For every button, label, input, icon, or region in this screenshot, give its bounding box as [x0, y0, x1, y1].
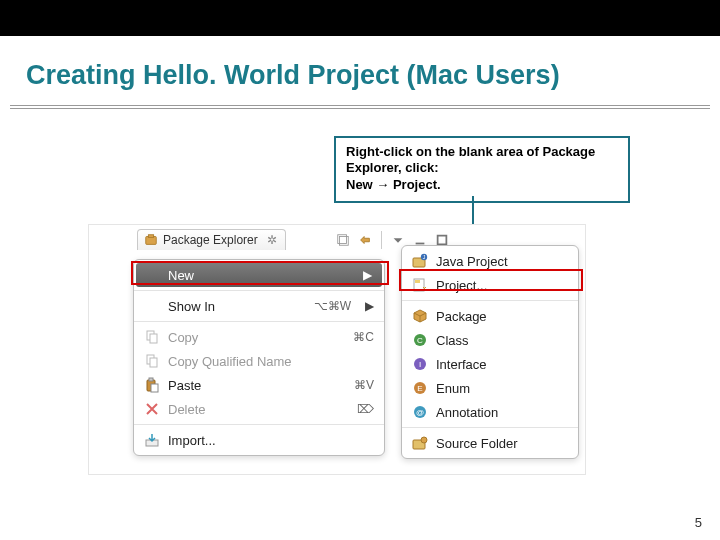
submenu-item-source-folder-label: Source Folder [436, 436, 518, 451]
svg-point-28 [421, 437, 427, 443]
menu-separator [134, 290, 384, 291]
package-explorer-tab[interactable]: Package Explorer ✲ [137, 229, 286, 250]
svg-rect-5 [438, 236, 447, 245]
blank-icon [144, 298, 160, 314]
page-title: Creating Hello. World Project (Mac Users… [26, 60, 720, 91]
annotation-icon: @ [412, 404, 428, 420]
package-explorer-tab-label: Package Explorer [163, 233, 258, 247]
copy-icon [144, 329, 160, 345]
project-icon [412, 277, 428, 293]
submenu-item-interface[interactable]: I Interface [402, 352, 578, 376]
menu-item-show-in-shortcut: ⌥⌘W [314, 299, 351, 313]
svg-text:@: @ [416, 408, 424, 417]
callout-line2: Explorer, click: [346, 160, 618, 176]
package-explorer-icon [144, 233, 158, 247]
eclipse-screenshot: Package Explorer ✲ New ▶ Show I [88, 224, 586, 475]
menu-separator [134, 424, 384, 425]
new-submenu: J Java Project Project... Package C Clas… [401, 245, 579, 459]
title-area: Creating Hello. World Project (Mac Users… [0, 36, 720, 99]
menu-item-new-label: New [168, 268, 349, 283]
submenu-item-project-label: Project... [436, 278, 487, 293]
svg-text:E: E [417, 384, 422, 393]
svg-text:C: C [417, 336, 423, 345]
copy-qualified-icon [144, 353, 160, 369]
menu-item-copy[interactable]: Copy ⌘C [134, 325, 384, 349]
submenu-item-enum-label: Enum [436, 381, 470, 396]
menu-item-copy-shortcut: ⌘C [353, 330, 374, 344]
interface-icon: I [412, 356, 428, 372]
menu-separator [134, 321, 384, 322]
svg-rect-18 [415, 280, 420, 283]
enum-icon: E [412, 380, 428, 396]
submenu-item-annotation[interactable]: @ Annotation [402, 400, 578, 424]
import-icon [144, 432, 160, 448]
callout-line1: Right-click on the blank area of Package [346, 144, 618, 160]
menu-item-copy-qualified-label: Copy Qualified Name [168, 354, 374, 369]
submenu-item-project[interactable]: Project... [402, 273, 578, 297]
package-explorer-tabbar: Package Explorer ✲ [137, 229, 286, 250]
submenu-item-class[interactable]: C Class [402, 328, 578, 352]
menu-item-import[interactable]: Import... [134, 428, 384, 452]
tab-dirty-glyph: ✲ [267, 233, 277, 247]
menu-item-delete-shortcut: ⌦ [357, 402, 374, 416]
class-icon: C [412, 332, 428, 348]
link-editor-icon[interactable] [357, 232, 373, 248]
submenu-item-interface-label: Interface [436, 357, 487, 372]
paste-icon [144, 377, 160, 393]
menu-separator [402, 300, 578, 301]
java-project-icon: J [412, 253, 428, 269]
collapse-all-icon[interactable] [335, 232, 351, 248]
menu-item-copy-qualified[interactable]: Copy Qualified Name [134, 349, 384, 373]
delete-icon [144, 401, 160, 417]
menu-item-import-label: Import... [168, 433, 374, 448]
submenu-chevron-icon: ▶ [363, 268, 372, 282]
blank-icon [144, 267, 160, 283]
menu-item-new[interactable]: New ▶ [136, 263, 382, 287]
submenu-item-java-project[interactable]: J Java Project [402, 249, 578, 273]
submenu-item-package[interactable]: Package [402, 304, 578, 328]
callout-line3: New → Project. [346, 177, 618, 193]
submenu-item-annotation-label: Annotation [436, 405, 498, 420]
package-icon [412, 308, 428, 324]
menu-item-paste[interactable]: Paste ⌘V [134, 373, 384, 397]
menu-item-paste-label: Paste [168, 378, 346, 393]
svg-text:I: I [419, 360, 421, 369]
toolbar-divider [381, 231, 382, 249]
page-number: 5 [695, 515, 702, 530]
submenu-item-source-folder[interactable]: Source Folder [402, 431, 578, 455]
svg-rect-7 [150, 334, 157, 343]
submenu-chevron-icon: ▶ [365, 299, 374, 313]
svg-rect-1 [148, 235, 153, 238]
top-black-bar [0, 0, 720, 36]
submenu-item-enum[interactable]: E Enum [402, 376, 578, 400]
submenu-item-class-label: Class [436, 333, 469, 348]
svg-rect-11 [149, 378, 153, 381]
menu-item-copy-label: Copy [168, 330, 345, 345]
submenu-item-package-label: Package [436, 309, 487, 324]
submenu-item-java-project-label: Java Project [436, 254, 508, 269]
source-folder-icon [412, 435, 428, 451]
instruction-callout: Right-click on the blank area of Package… [334, 136, 630, 203]
svg-rect-12 [151, 384, 158, 392]
menu-item-show-in[interactable]: Show In ⌥⌘W ▶ [134, 294, 384, 318]
context-menu: New ▶ Show In ⌥⌘W ▶ Copy ⌘C Copy Qualifi… [133, 259, 385, 456]
menu-item-delete-label: Delete [168, 402, 349, 417]
menu-item-paste-shortcut: ⌘V [354, 378, 374, 392]
svg-rect-9 [150, 358, 157, 367]
menu-separator [402, 427, 578, 428]
menu-item-show-in-label: Show In [168, 299, 306, 314]
title-underline [10, 105, 710, 109]
menu-item-delete[interactable]: Delete ⌦ [134, 397, 384, 421]
